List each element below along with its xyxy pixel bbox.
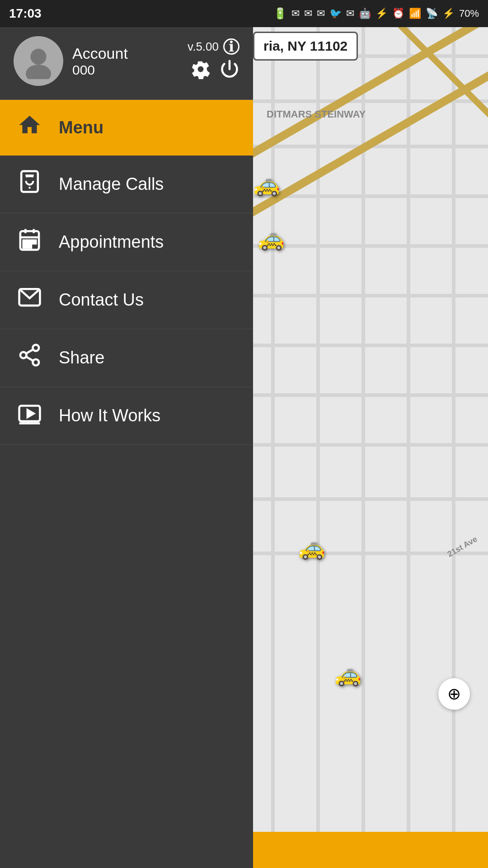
version-row: v.5.00 ℹ xyxy=(188,38,239,55)
calendar-icon xyxy=(14,227,45,257)
battery-percent-icon: 70% xyxy=(459,8,479,19)
settings-icon[interactable] xyxy=(191,59,211,84)
status-time: 17:03 xyxy=(9,6,42,21)
location-box: ria, NY 11102 xyxy=(253,32,358,61)
sidebar-item-manage-calls[interactable]: Manage Calls xyxy=(0,156,253,213)
taxi-icon-1: 🚕 xyxy=(253,172,280,197)
menu-item-label-how-it-works: How It Works xyxy=(59,406,160,425)
svg-marker-22 xyxy=(27,410,33,417)
sidebar-item-contact-us[interactable]: Contact Us xyxy=(0,271,253,329)
twitter-icon: 🐦 xyxy=(329,8,342,19)
home-icon xyxy=(14,113,45,143)
version-text: v.5.00 xyxy=(188,40,219,54)
email-icon-3: ✉ xyxy=(317,8,325,19)
map-area: DITMARS STEINWAY 21st Ave ria, NY 11102 … xyxy=(244,0,488,868)
menu-item-label-menu: Menu xyxy=(59,118,103,137)
taxi-icon-3: 🚕 xyxy=(298,535,325,561)
svg-rect-10 xyxy=(28,241,31,244)
neighborhood-label: DITMARS STEINWAY xyxy=(267,108,366,120)
account-info: Account 000 xyxy=(72,45,128,78)
taxi-icon-4: 🚕 xyxy=(334,662,361,687)
taxi-icon-2: 🚕 xyxy=(258,226,285,251)
street-label: 21st Ave xyxy=(446,534,479,559)
header-actions: v.5.00 ℹ xyxy=(188,38,239,84)
sidebar-item-share[interactable]: Share xyxy=(0,329,253,387)
menu-item-label-contact-us: Contact Us xyxy=(59,290,144,310)
account-name-label: Account xyxy=(72,45,128,62)
signal-icon: 📡 xyxy=(426,8,438,19)
share-icon xyxy=(14,343,45,373)
power-icon[interactable] xyxy=(220,59,239,84)
svg-rect-11 xyxy=(33,241,36,244)
email-icon-1: ✉ xyxy=(291,8,300,19)
svg-rect-13 xyxy=(28,245,31,248)
status-bar: 17:03 🔋 ✉ ✉ ✉ 🐦 ✉ 🤖 ⚡ ⏰ 📶 📡 ⚡ 70% xyxy=(0,0,488,27)
icon-row xyxy=(191,59,239,84)
svg-point-1 xyxy=(26,65,51,79)
info-icon[interactable]: ℹ xyxy=(223,38,239,55)
status-icons: 🔋 ✉ ✉ ✉ 🐦 ✉ 🤖 ⚡ ⏰ 📶 📡 ⚡ 70% xyxy=(273,7,479,20)
video-icon xyxy=(14,401,45,431)
account-id-label: 000 xyxy=(72,62,128,78)
svg-rect-9 xyxy=(23,241,26,244)
bluetooth-icon: ⚡ xyxy=(375,8,388,19)
sidebar: Account 000 v.5.00 ℹ xyxy=(0,0,253,868)
email-icon-4: ✉ xyxy=(346,8,354,19)
svg-rect-12 xyxy=(23,245,26,248)
svg-point-0 xyxy=(30,49,46,65)
menu-section: Menu Manage Calls xyxy=(0,100,253,445)
location-button[interactable]: ⊕ xyxy=(438,678,470,710)
svg-line-18 xyxy=(26,357,33,361)
menu-item-label-share: Share xyxy=(59,348,104,368)
sidebar-item-how-it-works[interactable]: How It Works xyxy=(0,387,253,445)
account-section: Account 000 xyxy=(14,36,128,86)
alarm-icon: ⏰ xyxy=(392,8,404,19)
svg-point-4 xyxy=(28,187,31,189)
wifi-icon: 📶 xyxy=(409,8,421,19)
email-icon-2: ✉ xyxy=(304,8,312,19)
svg-line-19 xyxy=(26,349,33,354)
avatar[interactable] xyxy=(14,36,63,86)
menu-item-label-appointments: Appointments xyxy=(59,232,164,252)
envelope-icon xyxy=(14,285,45,315)
menu-item-label-manage-calls: Manage Calls xyxy=(59,175,164,194)
clipboard-phone-icon xyxy=(14,169,45,199)
sidebar-item-menu[interactable]: Menu xyxy=(0,100,253,156)
charge-icon: ⚡ xyxy=(442,8,455,19)
bottom-bar xyxy=(244,832,488,868)
battery-icon: 🔋 xyxy=(273,7,287,20)
sidebar-item-appointments[interactable]: Appointments xyxy=(0,213,253,271)
android-icon: 🤖 xyxy=(359,8,371,19)
